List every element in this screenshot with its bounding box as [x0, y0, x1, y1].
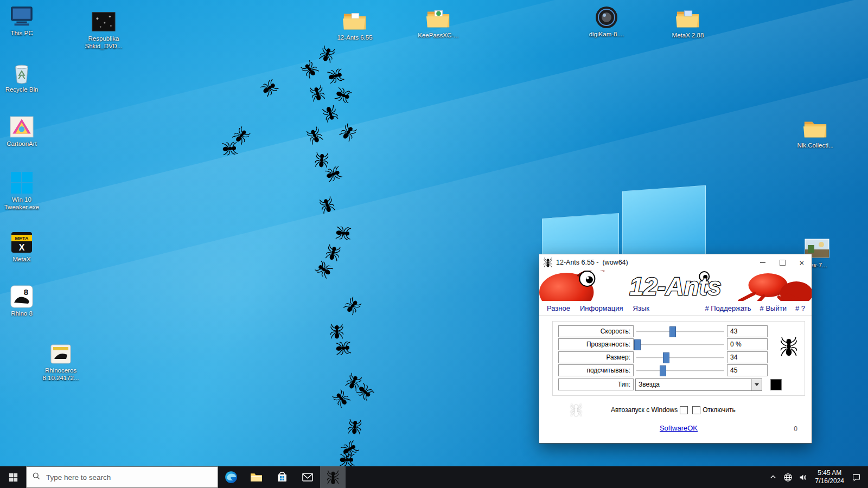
desktop-ant: [314, 260, 334, 279]
minimize-button[interactable]: [753, 254, 773, 271]
disable-checkbox[interactable]: [692, 406, 700, 414]
desktop-icon-label: KeePassXC-...: [418, 32, 458, 40]
chevron-up-icon: [769, 473, 777, 481]
slider-value-1[interactable]: 0 %: [727, 338, 768, 350]
taskbar-edge-button[interactable]: [218, 466, 244, 488]
desktop-ant: [340, 453, 355, 466]
menu-item-left-0[interactable]: Разное: [547, 304, 570, 312]
menu-item-right-2[interactable]: # ?: [795, 304, 805, 312]
desktop-icon-label: MetaX: [12, 256, 30, 264]
softwareok-link[interactable]: SoftwareOK: [660, 424, 698, 432]
menu-item-left-1[interactable]: Информация: [580, 304, 623, 312]
type-label: Тип:: [558, 378, 634, 390]
desktop-icon-ants-folder[interactable]: 12-Ants 6.55: [333, 9, 376, 42]
recycle-bin-icon: [9, 61, 34, 85]
menu-item-left-2[interactable]: Язык: [633, 304, 649, 312]
menu-item-right-1[interactable]: # Выйти: [760, 304, 787, 312]
slider-value-0[interactable]: 43: [727, 325, 768, 337]
desktop-ant: [343, 296, 362, 316]
desktop-ant: [318, 45, 336, 64]
maximize-button[interactable]: [773, 254, 792, 271]
slider-thumb[interactable]: [663, 352, 669, 363]
slider-thumb[interactable]: [669, 326, 676, 337]
desktop-icon-label: 12-Ants 6.55: [337, 34, 372, 42]
svg-text:META: META: [15, 236, 29, 241]
desktop-ant: [335, 341, 352, 355]
desktop-ant: [335, 226, 352, 240]
metax-icon: METAX: [9, 230, 34, 254]
tray-network-button[interactable]: [781, 466, 796, 488]
slider-thumb[interactable]: [660, 365, 666, 376]
banner-image: 12-Ants: [539, 271, 812, 301]
taskbar-explorer-button[interactable]: [244, 466, 269, 488]
desktop-icon-cartoonart[interactable]: CartoonArt: [0, 115, 43, 148]
settings-group: Скорость:43Прозрачность:0 %Размер:34подс…: [552, 321, 805, 396]
slider-1[interactable]: [635, 338, 725, 350]
desktop-icon-label: MetaX 2.88: [672, 32, 704, 40]
slider-row-0: Скорость:43: [558, 325, 800, 338]
rhino-icon: 8: [9, 285, 34, 309]
desktop-icon-respublika[interactable]: Respublika Shkid_DVD...: [82, 10, 125, 50]
desktop-icon-keepassxc[interactable]: KeePassXC-...: [417, 7, 460, 40]
desktop-icon-metax-288[interactable]: MetaX 2.88: [666, 7, 710, 40]
search-icon: [32, 472, 41, 483]
slider-2[interactable]: [635, 351, 725, 363]
taskbar-store-button[interactable]: [269, 466, 295, 488]
taskbar-clock[interactable]: 5:45 AM 7/16/2024: [815, 469, 844, 485]
tray-volume-button[interactable]: [796, 466, 811, 488]
ants-app-icon: [327, 470, 339, 484]
desktop-icon-label: This PC: [11, 30, 33, 37]
slider-track: [636, 357, 724, 358]
taskbar-search[interactable]: [26, 466, 218, 488]
slider-0[interactable]: [635, 325, 725, 337]
close-button[interactable]: ×: [792, 254, 812, 271]
dropdown-arrow-icon[interactable]: [751, 379, 762, 390]
slider-row-2: Размер:34: [558, 351, 800, 364]
taskbar-mail-button[interactable]: [295, 466, 320, 488]
slider-label-2: Размер:: [558, 351, 634, 363]
type-dropdown-value: Звезда: [636, 379, 751, 390]
desktop-ant: [348, 419, 362, 435]
window-titlebar[interactable]: 12-Ants 6.55 - (wow64) ×: [539, 254, 812, 271]
desktop-icon-label: Respublika Shkid_DVD...: [82, 35, 125, 50]
network-globe-icon: [783, 473, 793, 482]
desktop-icon-metax[interactable]: METAXMetaX: [0, 230, 43, 264]
ant-preview-icon: [781, 337, 797, 356]
store-icon: [276, 471, 289, 484]
search-input[interactable]: [45, 473, 218, 482]
slider-value-2[interactable]: 34: [727, 351, 768, 363]
ants-settings-window: 12-Ants 6.55 - (wow64) ×: [539, 254, 812, 444]
start-button[interactable]: [0, 466, 26, 488]
slider-thumb[interactable]: [634, 339, 641, 350]
clock-date: 7/16/2024: [815, 477, 844, 485]
autostart-checkbox[interactable]: [680, 406, 688, 414]
type-dropdown[interactable]: Звезда: [635, 378, 762, 391]
lens-icon: [594, 5, 619, 29]
tray-show-hidden-icons-button[interactable]: [765, 466, 781, 488]
autostart-label: Автозапуск с Windows: [611, 406, 678, 414]
desktop-icon-nik-collection[interactable]: Nik.Collecti...: [794, 117, 837, 150]
folder-paper-icon: [342, 9, 367, 33]
taskbar-ants-app-button[interactable]: [320, 466, 346, 488]
folder-green-icon: [426, 7, 451, 30]
slider-track: [636, 370, 724, 371]
disable-label: Отключить: [703, 406, 736, 414]
folder-blue-icon: [675, 7, 700, 30]
desktop-icon-rhinoceros-installer[interactable]: Rhinoceros 8.10.24172...: [39, 342, 82, 382]
slider-3[interactable]: [635, 364, 725, 376]
desktop-icon-digikam[interactable]: digiKam-8....: [585, 5, 628, 38]
menu-item-right-0[interactable]: # Поддержать: [705, 304, 751, 312]
white-ant-icon: [571, 403, 582, 416]
desktop-ant: [222, 142, 238, 156]
action-center-button[interactable]: [848, 466, 864, 488]
slider-track: [636, 331, 724, 332]
desktop-icon-label: Recycle Bin: [5, 86, 39, 94]
desktop-icon-win10-tweaker[interactable]: Win 10 Tweaker.exe: [0, 171, 43, 211]
desktop-icon-recycle-bin[interactable]: Recycle Bin: [0, 61, 43, 94]
slider-value-3[interactable]: 45: [727, 364, 768, 376]
color-swatch[interactable]: [770, 379, 782, 390]
desktop-icon-this-pc[interactable]: This PC: [0, 4, 43, 37]
desktop-icon-rhino8[interactable]: 8Rhino 8: [0, 285, 43, 318]
desktop-ant: [339, 123, 358, 143]
slider-track: [636, 344, 724, 345]
